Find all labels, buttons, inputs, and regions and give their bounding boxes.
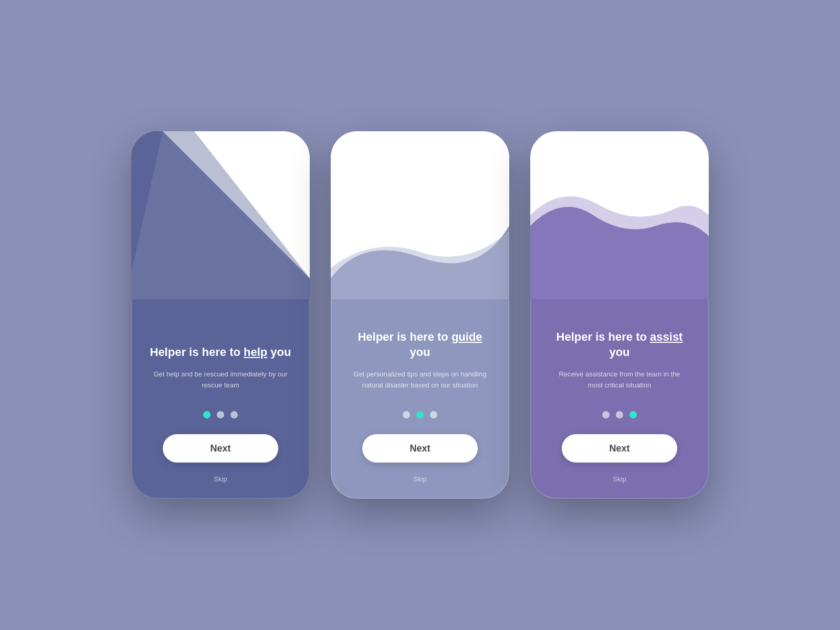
phone-1-subtitle: Get help and be rescued immediately by o… bbox=[147, 369, 294, 391]
dot-1-2 bbox=[217, 411, 224, 418]
phone-2-title: Helper is here to guide you bbox=[346, 330, 494, 360]
phone-2-text: Helper is here to guide you Get personal… bbox=[346, 330, 494, 391]
phone-3-content: Helper is here to assist you Receive ass… bbox=[530, 299, 709, 499]
phone-card-1: Helper is here to help you Get help and … bbox=[131, 131, 310, 499]
phone-2-illustration bbox=[331, 131, 509, 299]
phone-2-skip[interactable]: Skip bbox=[413, 475, 426, 483]
phone-3-illustration bbox=[530, 131, 709, 299]
phone-2-subtitle: Get personalized tips and steps on handl… bbox=[346, 369, 494, 391]
phone-2-content: Helper is here to guide you Get personal… bbox=[331, 299, 509, 499]
dot-1-1 bbox=[203, 411, 211, 418]
dot-2-3 bbox=[430, 411, 437, 418]
phone-card-3: Helper is here to assist you Receive ass… bbox=[530, 131, 709, 499]
phone-2-dots bbox=[403, 411, 437, 418]
phone-1-content: Helper is here to help you Get help and … bbox=[131, 299, 310, 499]
phone-card-2: Helper is here to guide you Get personal… bbox=[331, 131, 509, 499]
phone-1-next-button[interactable]: Next bbox=[163, 434, 278, 463]
phone-1-text: Helper is here to help you Get help and … bbox=[147, 345, 294, 391]
dot-3-2 bbox=[616, 411, 623, 418]
phone-3-title: Helper is here to assist you bbox=[546, 330, 693, 360]
phone-3-next-button[interactable]: Next bbox=[562, 434, 677, 463]
phone-1-skip[interactable]: Skip bbox=[214, 475, 227, 483]
dot-2-1 bbox=[403, 411, 410, 418]
dot-2-2 bbox=[416, 411, 424, 418]
phone-2-next-button[interactable]: Next bbox=[362, 434, 478, 463]
phone-1-illustration bbox=[131, 131, 310, 299]
phone-1-dots bbox=[203, 411, 238, 418]
phone-3-text: Helper is here to assist you Receive ass… bbox=[546, 330, 693, 391]
phone-3-dots bbox=[602, 411, 637, 418]
dot-3-3 bbox=[629, 411, 637, 418]
phone-1-title: Helper is here to help you bbox=[150, 345, 291, 360]
dot-1-3 bbox=[230, 411, 238, 418]
phone-showcase: Helper is here to help you Get help and … bbox=[131, 131, 709, 499]
dot-3-1 bbox=[602, 411, 610, 418]
phone-3-skip[interactable]: Skip bbox=[613, 475, 626, 483]
phone-3-subtitle: Receive assistance from the team in the … bbox=[546, 369, 693, 391]
